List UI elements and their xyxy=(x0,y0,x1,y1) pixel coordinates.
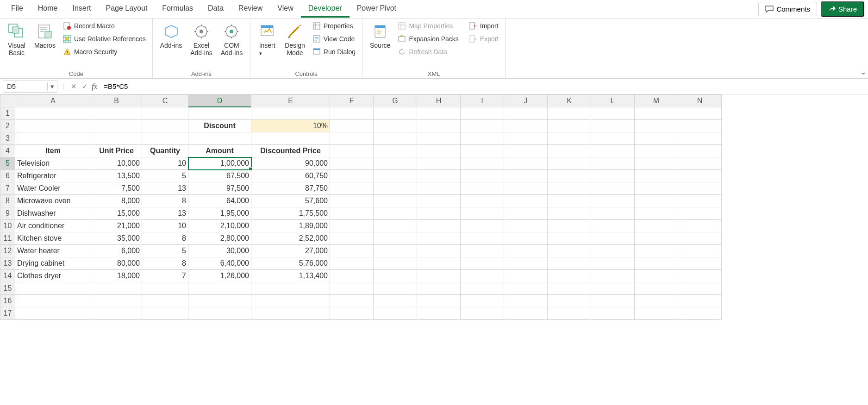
cell-H6[interactable] xyxy=(417,170,461,182)
cell-N[interactable] xyxy=(678,132,722,145)
cell-N10[interactable] xyxy=(678,220,722,232)
cell-L14[interactable] xyxy=(591,270,635,282)
cell-I8[interactable] xyxy=(461,195,504,207)
cell-L11[interactable] xyxy=(591,232,635,245)
cell-H10[interactable] xyxy=(417,220,461,232)
menu-developer[interactable]: Developer xyxy=(301,0,350,18)
design-mode-button[interactable]: DesignMode xyxy=(281,20,309,58)
cell-M2[interactable] xyxy=(635,120,678,132)
cell-B[interactable] xyxy=(91,307,142,320)
cell-amount[interactable]: 1,26,000 xyxy=(188,270,251,282)
cell-H8[interactable] xyxy=(417,195,461,207)
cell-I6[interactable] xyxy=(461,170,504,182)
cell-quantity[interactable]: 5 xyxy=(142,170,188,182)
cell-amount[interactable]: 2,10,000 xyxy=(188,220,251,232)
cell-unit-price[interactable]: 35,000 xyxy=(91,232,142,245)
row-header-13[interactable]: 13 xyxy=(0,257,15,270)
row-header-8[interactable]: 8 xyxy=(0,195,15,207)
cell-N11[interactable] xyxy=(678,232,722,245)
cell-J[interactable] xyxy=(504,132,548,145)
cell-K6[interactable] xyxy=(548,170,591,182)
cell-unit-price[interactable]: 18,000 xyxy=(91,270,142,282)
cell-F[interactable] xyxy=(330,282,374,295)
chevron-down-icon[interactable]: ▾ xyxy=(47,82,57,91)
cell-J13[interactable] xyxy=(504,257,548,270)
row-header-1[interactable]: 1 xyxy=(0,107,15,120)
cell-I12[interactable] xyxy=(461,245,504,257)
cell-H9[interactable] xyxy=(417,207,461,220)
cell-discounted-price[interactable]: 60,750 xyxy=(251,170,330,182)
row-header-4[interactable]: 4 xyxy=(0,145,15,157)
cell-I13[interactable] xyxy=(461,257,504,270)
cell-M5[interactable] xyxy=(635,157,678,170)
cell-H2[interactable] xyxy=(417,120,461,132)
cell-F9[interactable] xyxy=(330,207,374,220)
row-header-12[interactable]: 12 xyxy=(0,245,15,257)
cell-K13[interactable] xyxy=(548,257,591,270)
cell-G[interactable] xyxy=(374,307,417,320)
cell-N14[interactable] xyxy=(678,270,722,282)
cell-H12[interactable] xyxy=(417,245,461,257)
cell-G7[interactable] xyxy=(374,182,417,195)
cell-E[interactable] xyxy=(251,282,330,295)
xml-source-button[interactable]: Source xyxy=(366,20,394,51)
formula-input[interactable] xyxy=(100,82,865,90)
cell-unit-price[interactable]: 10,000 xyxy=(91,157,142,170)
cell-J7[interactable] xyxy=(504,182,548,195)
properties-button[interactable]: Properties xyxy=(310,20,358,31)
col-header-A[interactable]: A xyxy=(15,95,91,107)
comments-button[interactable]: Comments xyxy=(758,2,817,16)
cell-item[interactable]: Kitchen stove xyxy=(15,232,91,245)
row-header-7[interactable]: 7 xyxy=(0,182,15,195)
cell-E[interactable] xyxy=(251,295,330,307)
row-header-16[interactable]: 16 xyxy=(0,295,15,307)
cell-item[interactable]: Drying cabinet xyxy=(15,257,91,270)
cell-F2[interactable] xyxy=(330,120,374,132)
cell-G12[interactable] xyxy=(374,245,417,257)
cell-K[interactable] xyxy=(548,307,591,320)
collapse-ribbon-chevron-icon[interactable]: ⌄ xyxy=(860,68,866,76)
cell-I7[interactable] xyxy=(461,182,504,195)
cell-H[interactable] xyxy=(417,282,461,295)
row-header-15[interactable]: 15 xyxy=(0,282,15,295)
cell-discounted-price[interactable]: 57,600 xyxy=(251,195,330,207)
cell-unit-price[interactable]: 21,000 xyxy=(91,220,142,232)
cell-M[interactable] xyxy=(635,107,678,120)
cell-discounted-price[interactable]: 90,000 xyxy=(251,157,330,170)
cell-unit-price[interactable]: 15,000 xyxy=(91,207,142,220)
cell-B[interactable] xyxy=(91,132,142,145)
cell-J8[interactable] xyxy=(504,195,548,207)
row-header-2[interactable]: 2 xyxy=(0,120,15,132)
cell-item[interactable]: Microwave oven xyxy=(15,195,91,207)
row-header-3[interactable]: 3 xyxy=(0,132,15,145)
menu-review[interactable]: Review xyxy=(231,0,270,18)
cell-item[interactable]: Water Cooler xyxy=(15,182,91,195)
menu-data[interactable]: Data xyxy=(200,0,231,18)
cell-G13[interactable] xyxy=(374,257,417,270)
col-header-F[interactable]: F xyxy=(330,95,374,107)
export-button[interactable]: Export xyxy=(466,33,501,44)
col-header-K[interactable]: K xyxy=(548,95,591,107)
cell-A[interactable] xyxy=(15,107,91,120)
cell-H13[interactable] xyxy=(417,257,461,270)
cell-K9[interactable] xyxy=(548,207,591,220)
cell-F[interactable] xyxy=(330,132,374,145)
cell-K11[interactable] xyxy=(548,232,591,245)
cell-A2[interactable] xyxy=(15,120,91,132)
cell-L7[interactable] xyxy=(591,182,635,195)
cell-I2[interactable] xyxy=(461,120,504,132)
cell-H7[interactable] xyxy=(417,182,461,195)
cell-J[interactable] xyxy=(504,282,548,295)
cell-G[interactable] xyxy=(374,282,417,295)
cell-K7[interactable] xyxy=(548,182,591,195)
share-button[interactable]: Share xyxy=(821,1,864,17)
cell-N[interactable] xyxy=(678,282,722,295)
table-header-discounted-price[interactable]: Discounted Price xyxy=(251,145,330,157)
cell-A[interactable] xyxy=(15,132,91,145)
cell-N[interactable] xyxy=(678,307,722,320)
cell-K14[interactable] xyxy=(548,270,591,282)
cell-I14[interactable] xyxy=(461,270,504,282)
cell-L13[interactable] xyxy=(591,257,635,270)
cell-I11[interactable] xyxy=(461,232,504,245)
cell-K2[interactable] xyxy=(548,120,591,132)
